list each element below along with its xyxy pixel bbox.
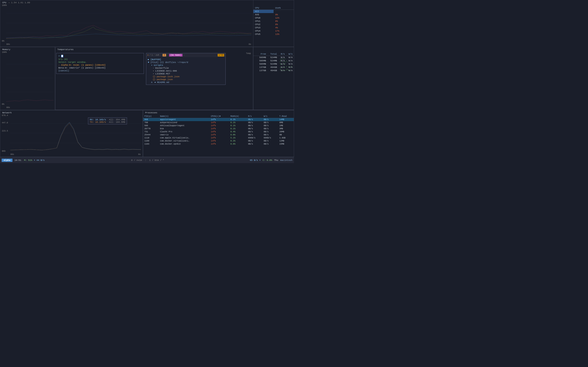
cpu-table-row[interactable]: All — [253, 10, 294, 13]
cpu-table-row[interactable]: CPU28% — [253, 23, 294, 26]
network-panel: Network 670.4 447.0 223.5 0Kb 60s 0s — [0, 110, 143, 157]
disk-cell-free: 137GB — [256, 66, 267, 69]
proc-table-row[interactable]: 25444cmatrixinf%0.0%0B/s0B/s0B — [143, 133, 294, 136]
status-center-left: 0 / nvim — [131, 159, 142, 161]
nvim-licensemit-icon: ▪ — [153, 73, 154, 75]
cpu-table-row[interactable]: CPU34% — [253, 26, 294, 29]
cpu-table-row[interactable]: CPU513% — [253, 33, 294, 36]
tmux-overlay[interactable]: > █ 3/3 (0) Select target window. - Alph… — [56, 53, 144, 74]
proc-cell-cpu: inf% — [210, 121, 229, 124]
proc-cell-cpu: inf% — [210, 142, 229, 146]
proc-cell-rs: 0B/s — [247, 142, 263, 146]
nvim-pkg-icon: {} — [153, 78, 155, 81]
cpu-row-name: CPU5 — [253, 33, 274, 36]
proc-table-row[interactable]: 708askpermissiondinf%0.1%0B/s0B/s8MB — [143, 121, 294, 124]
proc-table-row[interactable]: 1109com.docker.virtualizati…inf%0.2%0B/s… — [143, 140, 294, 142]
proc-cell-cpu: inf% — [210, 118, 229, 121]
mem-pct-100: 100% — [2, 51, 7, 53]
disk-cell-free: 505MB — [256, 59, 267, 62]
cmatrix-line3: \_ \/ — [280, 63, 292, 66]
tmux-item-selected[interactable]: - Alpha:0: nvim- (1 panes) [158x43] — [58, 64, 142, 66]
memory-graph-area — [6, 50, 53, 106]
proc-cell-rs: 66KB/s — [247, 136, 263, 140]
status-mem: M: 51% — [23, 159, 33, 161]
proc-cell-name: askpermissiond — [159, 121, 210, 124]
proc-cell-name: appstoreagent — [159, 118, 210, 121]
nvim-tab1-icon: κ — [147, 54, 149, 56]
cpu-table-row[interactable]: CPU012% — [253, 16, 294, 20]
nvim-buffer-label: [BUFFER] — [150, 58, 161, 61]
status-cpu: C: 0.0% — [263, 159, 272, 161]
proc-table-row[interactable]: 1103com.docker.vpnkitinf%0.6%0B/s0B/s15M… — [143, 142, 294, 146]
proc-cell-ws: 0B/s — [263, 121, 278, 124]
disk-cell-total: 494GB — [267, 69, 278, 72]
nvim-tab1-sep2: / — [154, 54, 155, 56]
proc-table-row[interactable]: 586AXVisualSupportAgentinf%0.1%0B/s0B/s1… — [143, 124, 294, 127]
cpu-graph-area — [6, 3, 251, 43]
net-mid1: 447.0 — [2, 122, 8, 124]
disk-cell-total: 524MB — [267, 56, 278, 59]
net-mid2: 223.5 — [2, 130, 8, 132]
proc-cell-name: AXVisualSupportAgent — [159, 124, 210, 127]
nvim-pkglock-icon: {} — [153, 75, 155, 78]
nvim-license996-label: LICENSE-Anti-996 — [155, 70, 177, 72]
status-time: 19:51 — [12, 159, 23, 161]
status-center: 0 / nvim | 1 / btm / * — [45, 159, 250, 161]
nvim-scripts-row: ▪ scripts — [148, 64, 224, 67]
proc-cell-ws: 0B/s — [263, 133, 278, 136]
proc-col-rs: R/s — [247, 115, 263, 118]
proc-cell-name: com.docker.virtualizati… — [159, 140, 210, 142]
middle-row: Memory 100% 0% 60s Temperatures — [0, 47, 294, 110]
nvim-licensemit-label: LICENSE-MIT — [155, 73, 170, 75]
proc-cell-mem: 0.1% — [229, 127, 247, 130]
proc-cell-ws: 66KB/s — [263, 136, 278, 140]
proc-cell-name: com.apple.Virtualizatio… — [159, 136, 210, 140]
nvim-readme-label: README.md — [157, 81, 169, 83]
nvim-tab2-label: zsh - — [156, 54, 162, 56]
status-center-right: 1 / btm / * — [149, 159, 164, 161]
cpu-row-pct: 12% — [274, 16, 294, 20]
proc-cell-rs: 0B/s — [247, 118, 263, 121]
top-row: CPU — 1.54 1.61 1.89 100% 0% 60s 0s — [0, 0, 294, 47]
net-min: 0Kb — [2, 150, 6, 152]
tmux-item2[interactable]: Beta:0: cmatrix* (1 panes) [158x43] — [58, 67, 142, 69]
cpu-table-row[interactable]: AVG9% — [253, 13, 294, 16]
nvim-buffer-row: ▶ [BUFFER] — [148, 58, 224, 61]
proc-cell-pid: 708 — [143, 121, 159, 124]
nvim-pkglock-label: package-lock.json — [156, 75, 180, 78]
cpu-row-name: All — [253, 10, 274, 13]
main-grid: CPU — 1.54 1.61 1.89 100% 0% 60s 0s — [0, 0, 294, 184]
net-tx-row: TX: 16.1Kb/s All: 184.5MB — [90, 121, 125, 123]
status-center-pipe: | — [145, 159, 146, 161]
disk-cell-total: 524MB — [267, 62, 278, 66]
proc-cell-mem: 0.1% — [229, 124, 247, 127]
net-rx-row: RX: 16.1Kb/s All: 354.4MB — [90, 118, 125, 121]
tmux-cursor: █ — [61, 55, 63, 57]
cpu-table-row[interactable]: CPU18% — [253, 20, 294, 23]
proc-cell-ws: 0B/s — [263, 142, 278, 146]
cpu-col-use: Use% — [274, 6, 294, 10]
proc-table-row[interactable]: 20770btminf%0.1%0B/s0B/s3MB — [143, 127, 294, 130]
disk-cell-name — [253, 56, 256, 59]
disk-col-free: Free — [256, 52, 267, 56]
tmux-arrow: > — [58, 55, 60, 57]
cpu-graph-panel: CPU — 1.54 1.61 1.89 100% 0% 60s 0s — [0, 0, 253, 47]
proc-cell-pid: 586 — [143, 124, 159, 127]
cpu-table-row[interactable]: CPU417% — [253, 29, 294, 33]
proc-cell-pid: 1110 — [143, 136, 159, 140]
nvim-file-arrow: ▼ — [148, 61, 149, 64]
cpu-row-pct: 17% — [274, 29, 294, 33]
net-rx-label: RX: 16.1Kb/s — [90, 118, 106, 121]
proc-table-row[interactable]: 968appstoreagentinf%0.1%0B/s0B/s14MB — [143, 118, 294, 121]
temps-title: Temperatures — [57, 48, 73, 51]
proc-table-row[interactable]: 1110com.apple.Virtualizatio…inf%5.1%66KB… — [143, 136, 294, 140]
cpu-pct-0: 0% — [2, 40, 4, 42]
tmux-cancel[interactable]: [cancel] — [58, 69, 142, 72]
proc-table-row[interactable]: 731ClashX Proinf%0.4%0B/s0B/s20MB — [143, 130, 294, 133]
proc-cell-cpu: inf% — [210, 140, 229, 142]
proc-cell-pid: 968 — [143, 118, 159, 121]
status-right: 65 B/s ⬇ C: 0.0% Thu macintosh — [250, 159, 292, 161]
proc-cell-rs: 0B/s — [247, 127, 263, 130]
proc-cell-pid: 731 — [143, 130, 159, 133]
proc-cell-tread: 14MB — [278, 118, 294, 121]
